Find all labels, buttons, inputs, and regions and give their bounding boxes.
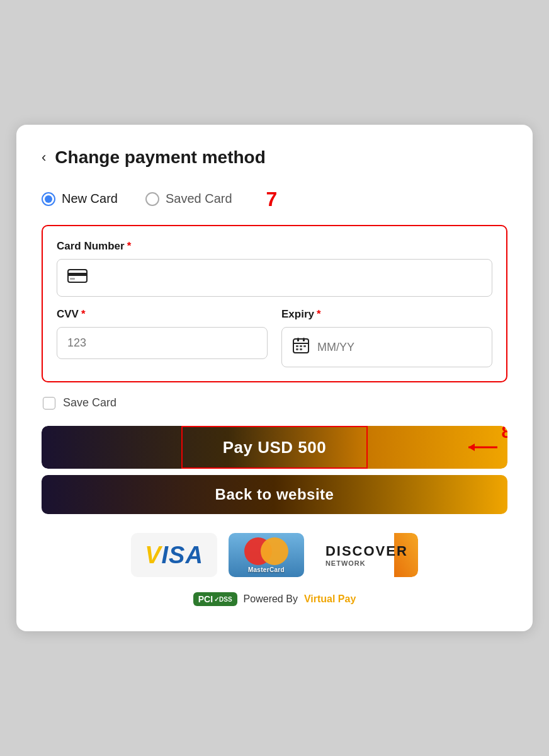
discover-network-text: NETWORK xyxy=(325,559,366,567)
expiry-label: Expiry * xyxy=(281,308,492,321)
tabs-row: New Card Saved Card 7 xyxy=(42,185,507,212)
page-title: Change payment method xyxy=(55,147,265,168)
save-card-row: Save Card xyxy=(42,396,507,410)
cvv-input[interactable] xyxy=(67,336,257,350)
arrow-icon xyxy=(466,441,499,454)
cvv-required: * xyxy=(81,308,86,321)
pci-dss-badge: PCI ✓DSS xyxy=(193,592,237,606)
mastercard-logo: MasterCard xyxy=(229,533,304,577)
visa-logo: VISA xyxy=(131,533,217,577)
mastercard-text: MasterCard xyxy=(248,566,285,573)
back-to-website-button[interactable]: Back to website xyxy=(42,475,507,514)
powered-by-row: PCI ✓DSS Powered By Virtual Pay xyxy=(42,592,507,606)
svg-rect-11 xyxy=(300,348,302,350)
tab-new-card-label: New Card xyxy=(62,192,118,206)
back-icon[interactable]: ‹ xyxy=(42,149,46,166)
save-card-label: Save Card xyxy=(63,396,116,410)
expiry-group: Expiry * xyxy=(281,308,492,367)
discover-logo: DISCOVER NETWORK xyxy=(315,533,418,577)
pay-button[interactable]: Pay USD 500 8 xyxy=(42,426,507,469)
radio-saved-card[interactable] xyxy=(145,192,159,206)
annotation-7: 7 xyxy=(266,189,278,209)
expiry-input-box[interactable] xyxy=(281,327,492,367)
tab-new-card[interactable]: New Card xyxy=(42,185,130,212)
card-form-section: Card Number * CVV * xyxy=(42,225,507,382)
card-number-label: Card Number * xyxy=(57,240,492,253)
card-number-required: * xyxy=(127,240,132,253)
cvv-input-box[interactable] xyxy=(57,327,268,359)
card-number-input[interactable] xyxy=(95,272,482,285)
svg-rect-6 xyxy=(293,343,308,344)
svg-rect-10 xyxy=(296,348,298,350)
radio-new-card[interactable] xyxy=(42,192,55,206)
discover-text: DISCOVER xyxy=(325,543,408,559)
save-card-checkbox[interactable] xyxy=(43,397,55,410)
pay-button-label: Pay USD 500 xyxy=(223,438,326,457)
cvv-label: CVV * xyxy=(57,308,268,321)
tab-saved-card-label: Saved Card xyxy=(166,192,232,206)
svg-rect-9 xyxy=(303,345,306,347)
svg-marker-13 xyxy=(468,444,475,451)
expiry-required: * xyxy=(317,308,321,321)
svg-rect-7 xyxy=(296,345,298,347)
annotation-8: 8 xyxy=(501,426,507,442)
header: ‹ Change payment method xyxy=(42,147,507,168)
visa-text: VISA xyxy=(145,542,203,569)
pci-text: PCI xyxy=(198,594,213,604)
mastercard-wrapper: MasterCard xyxy=(244,537,288,573)
cvv-group: CVV * xyxy=(57,308,268,367)
back-to-website-label: Back to website xyxy=(215,486,334,503)
cvv-expiry-row: CVV * Expiry * xyxy=(57,308,492,367)
pay-button-bg: Pay USD 500 xyxy=(42,426,507,469)
virtual-pay-brand: Virtual Pay xyxy=(304,593,356,605)
svg-rect-2 xyxy=(70,278,75,280)
calendar-icon xyxy=(292,336,310,358)
svg-rect-8 xyxy=(300,345,302,347)
card-number-input-box[interactable] xyxy=(57,259,492,297)
payment-logos: VISA MasterCard DISCOVER NETWORK xyxy=(42,533,507,577)
expiry-input[interactable] xyxy=(317,341,482,354)
svg-rect-1 xyxy=(68,273,87,276)
powered-by-prefix: Powered By xyxy=(244,593,298,605)
svg-rect-4 xyxy=(297,338,299,341)
tab-saved-card[interactable]: Saved Card xyxy=(145,185,245,212)
svg-rect-5 xyxy=(303,338,305,341)
mc-yellow-circle xyxy=(261,537,288,565)
payment-card: ‹ Change payment method New Card Saved C… xyxy=(16,125,533,631)
dss-text: ✓DSS xyxy=(214,596,232,603)
credit-card-icon xyxy=(67,268,88,287)
mc-circles xyxy=(244,537,288,565)
